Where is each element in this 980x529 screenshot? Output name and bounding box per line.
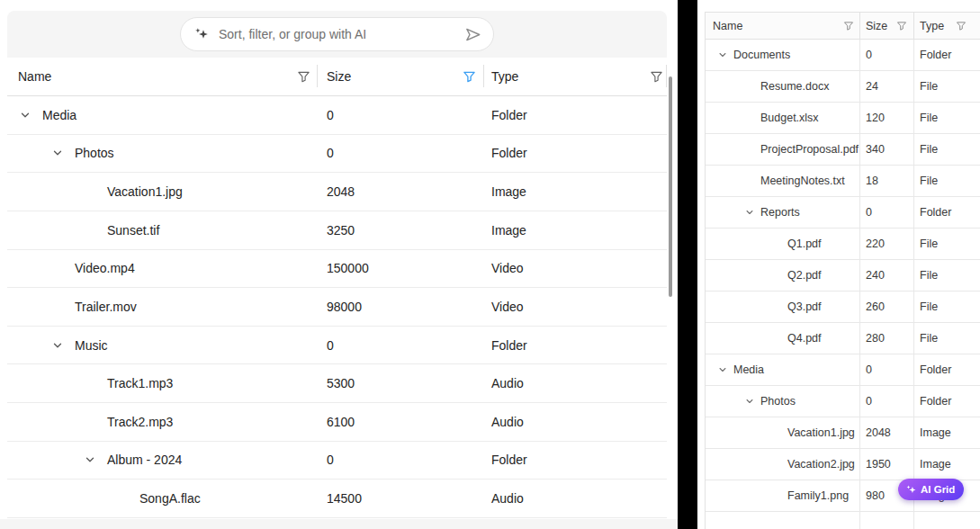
cell-size: 120 (866, 112, 885, 124)
cell-name: Q1.pdf (787, 238, 822, 250)
filter-funnel-icon[interactable] (650, 70, 663, 84)
cell-type: Folder (491, 338, 527, 353)
tree-row[interactable]: Documents0Folder (706, 40, 980, 71)
column-label: Name (713, 20, 742, 32)
tree-row[interactable]: Photos0Folder (706, 386, 980, 417)
cell-size: 24 (866, 80, 878, 93)
send-icon[interactable] (464, 26, 481, 43)
ai-grid-button[interactable]: AI Grid (898, 479, 964, 500)
ai-input-placeholder: Sort, filter, or group with AI (219, 27, 455, 41)
cell-size: 0 (866, 395, 872, 408)
tree-row[interactable]: Q4.pdf280File (706, 323, 980, 354)
cell-name: Family1.png (787, 489, 849, 502)
cell-size: 0 (327, 453, 334, 467)
column-label: Type (491, 69, 518, 84)
tree-row[interactable]: Album - 20240Folder (7, 442, 667, 480)
cell-type: Video (491, 261, 524, 275)
cell-type: File (920, 80, 938, 93)
cell-type: Folder (491, 453, 527, 467)
cell-name: Photos (75, 146, 114, 160)
tree-row[interactable]: Media0Folder (706, 354, 980, 386)
tree-row[interactable]: Vacation1.jpg2048Image (706, 417, 980, 449)
chevron-down-icon[interactable] (745, 397, 760, 406)
cell-name: Media (733, 363, 764, 376)
ai-grid-button-label: AI Grid (921, 484, 955, 495)
tree-row[interactable]: Video.mp4150000Video (7, 250, 667, 289)
cell-type: Video (491, 300, 524, 314)
tree-row[interactable]: Track2.mp36100Audio (7, 403, 667, 442)
cell-type: Audio (491, 491, 524, 506)
chevron-down-icon[interactable] (718, 50, 733, 59)
tree-row[interactable]: Q2.pdf240File (706, 260, 980, 291)
cell-type: File (920, 332, 938, 345)
cell-size: 1950 (866, 458, 891, 471)
chevron-down-icon[interactable] (20, 110, 42, 121)
column-header-size[interactable]: Size (860, 13, 914, 39)
column-header-name[interactable]: Name (706, 13, 860, 39)
cell-type: File (920, 143, 938, 156)
tree-row[interactable]: Music0Folder (7, 327, 667, 365)
tree-row[interactable]: ProjectProposal.pdf340File (706, 134, 980, 166)
cell-name: Video.mp4 (75, 261, 135, 275)
cell-name: Q4.pdf (787, 332, 822, 345)
filter-funnel-icon[interactable] (956, 21, 967, 31)
cell-size: 98000 (327, 300, 362, 314)
cell-name: Vacation1.jpg (787, 426, 855, 439)
cell-name: ProjectProposal.pdf (760, 143, 859, 156)
sparkle-icon (905, 484, 917, 496)
cell-size: 14500 (327, 491, 362, 506)
tree-row[interactable]: Trailer.mov98000Video (7, 288, 667, 327)
right-grid-body: Documents0FolderResume.docx24FileBudget.… (706, 40, 980, 529)
chevron-down-icon[interactable] (745, 208, 760, 217)
cell-type: Audio (491, 415, 524, 429)
left-grid-panel: Sort, filter, or group with AI Name Siz (0, 0, 678, 529)
cell-size: 0 (327, 146, 334, 160)
ai-command-input[interactable]: Sort, filter, or group with AI (180, 17, 494, 51)
chevron-down-icon[interactable] (52, 340, 75, 351)
cell-type: File (920, 238, 938, 250)
cell-name: Vacation2.jpg (787, 458, 855, 471)
vertical-scrollbar[interactable] (669, 76, 672, 297)
tree-row[interactable]: Media0Folder (7, 96, 667, 135)
cell-size: 980 (866, 489, 885, 502)
cell-type: Audio (491, 376, 524, 390)
tree-row[interactable]: Q3.pdf260File (706, 291, 980, 323)
cell-size: 240 (866, 269, 885, 282)
tree-row[interactable]: Photos0Folder (7, 135, 667, 174)
filter-funnel-icon[interactable] (896, 21, 907, 31)
cell-type: Folder (920, 363, 951, 376)
filter-funnel-icon[interactable] (297, 70, 310, 84)
tree-row[interactable]: Sunset.tif3250Image (7, 211, 667, 250)
tree-row[interactable]: SongA.flac14500Audio (7, 480, 667, 518)
tree-row-partial (706, 512, 980, 529)
column-header-type[interactable]: Type (914, 13, 980, 39)
cell-size: 0 (327, 338, 334, 353)
left-grid-header: Name Size Type (7, 58, 667, 96)
tree-row[interactable]: Resume.docx24File (706, 71, 980, 103)
column-header-size[interactable]: Size (318, 58, 484, 95)
chevron-down-icon[interactable] (52, 148, 75, 158)
chevron-down-icon[interactable] (718, 365, 733, 374)
tree-row[interactable]: Vacation1.jpg2048Image (7, 173, 667, 211)
filter-funnel-icon[interactable] (463, 70, 476, 84)
tree-row[interactable]: Budget.xlsx120File (706, 103, 980, 134)
cell-size: 5300 (327, 376, 355, 390)
cell-name: Q2.pdf (787, 269, 822, 282)
cell-size: 0 (866, 363, 872, 376)
cell-size: 3250 (327, 223, 355, 238)
sparkle-icon (193, 26, 210, 42)
filter-funnel-icon[interactable] (843, 21, 854, 31)
tree-row[interactable]: Track1.mp35300Audio (7, 364, 667, 403)
chevron-down-icon[interactable] (85, 454, 107, 465)
tree-row[interactable]: Vacation2.jpg1950Image (706, 449, 980, 480)
cell-type: File (920, 112, 938, 124)
cell-type: Folder (920, 395, 951, 408)
tree-row[interactable]: Reports0Folder (706, 197, 980, 229)
column-header-name[interactable]: Name (7, 58, 318, 95)
tree-row[interactable]: MeetingNotes.txt18File (706, 166, 980, 197)
column-label: Size (327, 69, 351, 84)
cell-size: 6100 (327, 415, 355, 429)
app: Sort, filter, or group with AI Name Siz (0, 0, 980, 529)
tree-row[interactable]: Q1.pdf220File (706, 229, 980, 260)
column-header-type[interactable]: Type (484, 58, 667, 95)
